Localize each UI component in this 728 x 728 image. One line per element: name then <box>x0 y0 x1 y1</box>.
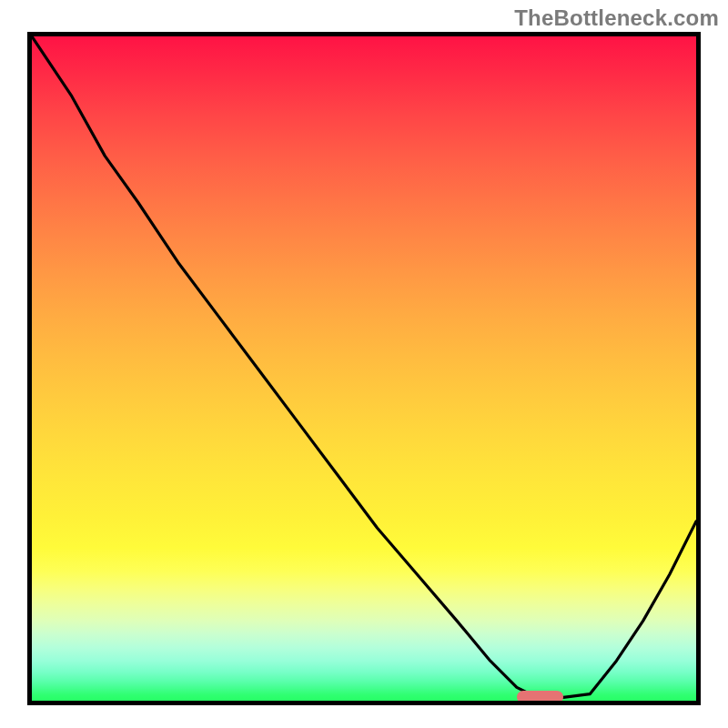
optimal-range-marker <box>517 691 563 703</box>
watermark-text: TheBottleneck.com <box>514 5 719 31</box>
chart-frame <box>27 32 701 705</box>
bottleneck-curve <box>32 36 696 701</box>
